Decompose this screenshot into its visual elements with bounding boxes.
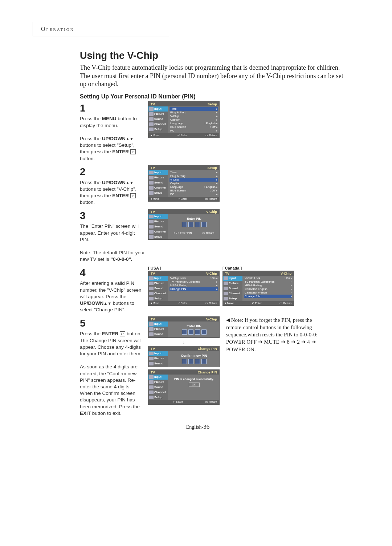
enter-hint: ↵ Enter <box>177 134 187 137</box>
tv-vchip-enterpin: TVV-Chip Input Picture Sound Enter PIN <box>148 316 220 338</box>
menu-item[interactable]: Language: English ▸ <box>170 122 218 125</box>
channel-icon <box>149 122 154 126</box>
menu-item[interactable]: Time▸ <box>170 107 218 111</box>
menu-item[interactable]: V-Chip▸ <box>170 114 218 118</box>
sidebar-item-channel[interactable]: Channel <box>148 122 168 127</box>
updown-icon: ▲▼ <box>103 301 111 306</box>
updown-icon: ▲▼ <box>126 180 134 186</box>
sound-icon <box>149 117 154 121</box>
sidebar-item-input[interactable]: Input <box>148 106 168 112</box>
tv-setup-menu: TVSetup Input Picture Sound Channel Setu… <box>148 101 220 138</box>
return-hint: ▭ Return <box>205 134 217 137</box>
menu-item[interactable]: Caption▸ <box>170 118 218 122</box>
note-arrow-icon: ◀ <box>226 317 230 323</box>
enter-icon: ↵ <box>120 331 125 336</box>
pin-input[interactable] <box>170 222 218 227</box>
sidebar-item-sound[interactable]: Sound <box>148 117 168 122</box>
menu-item[interactable]: Plug & Plug▸ <box>170 111 218 114</box>
input-icon <box>149 107 154 111</box>
section-header: Operation <box>33 22 169 36</box>
updown-icon: ▲▼ <box>126 136 134 142</box>
enter-icon: ↵ <box>130 149 136 154</box>
move-hint: ♦ Move <box>151 134 159 137</box>
menu-item[interactable]: PC▸ <box>170 129 218 133</box>
tv-sidebar: Input Picture Sound Channel Setup <box>148 106 168 133</box>
setup-icon <box>149 128 154 131</box>
down-arrow-icon: ↓ <box>148 340 220 344</box>
tv-vchip-canada: TVV-Chip Input Picture Sound Channel Set… <box>222 271 294 306</box>
step-1: 1 Press the MENU button to display the m… <box>80 101 348 162</box>
intro-text: The V-Chip feature automatically locks o… <box>80 64 348 88</box>
step-number: 1 <box>80 101 145 115</box>
step-number: 2 <box>80 165 145 179</box>
sidebar-item-setup[interactable]: Setup <box>148 127 168 132</box>
tv-confirm-pin: TVChange PIN Input Picture Sound Confirm… <box>148 346 220 367</box>
tv-setup-menu-vchip: TVSetup Input Picture Sound Channel Setu… <box>148 165 220 202</box>
pin-input[interactable] <box>170 329 218 335</box>
picture-icon <box>149 112 154 116</box>
ok-button[interactable]: OK <box>189 383 200 387</box>
step-5: 5 Press the ENTER ↵ button. The Change P… <box>80 316 348 417</box>
tv-vchip-usa: TVV-Chip Input Picture Sound Channel Set… <box>148 271 220 306</box>
tv-enter-pin: TVV-Chip Input Picture Sound Channel Set… <box>148 209 220 240</box>
enter-pin-label: Enter PIN <box>170 217 218 221</box>
tv-pin-success: TVChange PIN Input Picture Sound Channel… <box>148 369 220 405</box>
forgot-pin-note: ◀ Note: If you forget the PIN, press the… <box>226 316 328 353</box>
step-4: 4 After entering a valid PIN number, the… <box>80 266 348 314</box>
enter-icon: ↵ <box>130 193 136 198</box>
pin-input[interactable] <box>170 359 218 364</box>
step-2: 2 Press the UP/DOWN▲▼ buttons to select … <box>80 165 348 206</box>
subheading: Setting Up Your Personal ID Number (PIN) <box>80 93 363 100</box>
menu-item[interactable]: Blue Screen: Off ▸ <box>170 125 218 129</box>
step-3: 3 The "Enter PIN" screen will appear. En… <box>80 209 348 263</box>
page-number: English-36 <box>33 423 363 430</box>
page-title: Using the V-Chip <box>80 50 363 61</box>
sidebar-item-picture[interactable]: Picture <box>148 112 168 117</box>
